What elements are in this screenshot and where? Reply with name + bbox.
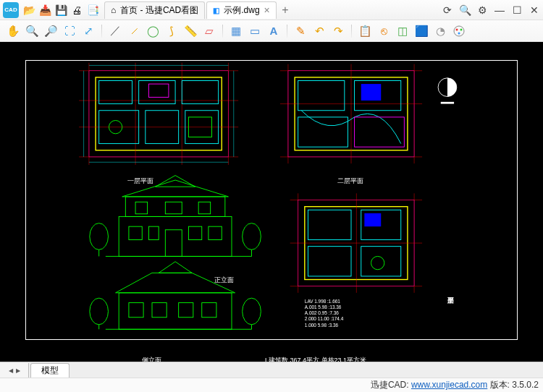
- rect-tool-icon[interactable]: ▭: [248, 24, 262, 38]
- svg-rect-39: [361, 84, 382, 101]
- measure-area-icon[interactable]: ▱: [202, 24, 216, 38]
- svg-marker-61: [159, 262, 192, 273]
- line-tool-icon[interactable]: ／: [108, 24, 122, 38]
- svg-rect-51: [135, 202, 148, 214]
- print-icon[interactable]: 🖨: [71, 4, 83, 16]
- title-tab-bar: CAD 📂 📥 💾 🖨 📑 ⌂ 首页 - 迅捷CAD看图 ◧ 示例.dwg × …: [0, 0, 543, 20]
- svg-point-3: [458, 32, 460, 34]
- svg-rect-50: [209, 226, 222, 239]
- svg-point-2: [460, 28, 463, 30]
- svg-rect-62: [129, 303, 143, 318]
- measure-length-icon[interactable]: 📏: [183, 24, 198, 38]
- svg-point-1: [456, 28, 458, 30]
- floor2-label: 二层平面: [337, 176, 363, 186]
- minimize-button[interactable]: —: [494, 4, 505, 16]
- svg-rect-40: [298, 117, 348, 147]
- circle-tool-icon[interactable]: ◯: [146, 24, 160, 38]
- svg-rect-7: [96, 77, 222, 150]
- polyline-tool-icon[interactable]: ⟋: [127, 24, 141, 38]
- svg-text:A.001  5.98   :13.36: A.001 5.98 :13.36: [305, 304, 342, 310]
- explode-icon[interactable]: ⎋: [376, 24, 391, 38]
- toolbar-separator: [101, 25, 102, 38]
- layers-icon[interactable]: ▦: [229, 24, 243, 38]
- drawing-info-line: L建筑数 367.4平方 单栋23.1平方米: [265, 356, 366, 362]
- svg-point-55: [90, 223, 109, 250]
- svg-point-69: [243, 298, 261, 325]
- layer-manager-icon[interactable]: ◔: [433, 24, 447, 38]
- svg-rect-81: [364, 213, 381, 226]
- svg-rect-59: [119, 293, 232, 329]
- clipboard-icon[interactable]: 📋: [358, 24, 372, 38]
- svg-rect-79: [308, 210, 351, 239]
- svg-rect-18: [182, 81, 218, 104]
- svg-text:LAV   1.998   :1.661: LAV 1.998 :1.661: [305, 299, 340, 304]
- tab-file-label: 示例.dwg: [224, 4, 259, 17]
- svg-text:A.002  0.95   :7.36: A.002 0.95 :7.36: [305, 310, 339, 315]
- svg-rect-48: [148, 226, 159, 239]
- tab-add-button[interactable]: +: [278, 4, 292, 17]
- arc-tool-icon[interactable]: ⟆: [164, 24, 179, 38]
- tab-close-icon[interactable]: ×: [264, 5, 270, 15]
- svg-rect-82: [308, 247, 351, 276]
- quick-access-toolbar: 📂 📥 💾 🖨 📑: [23, 4, 98, 16]
- fullscreen-icon[interactable]: ⤢: [81, 24, 96, 38]
- svg-rect-83: [361, 247, 401, 276]
- elev-side-label: 侧立面: [142, 356, 161, 362]
- status-url-link[interactable]: www.xunjiecad.com: [411, 380, 487, 390]
- layout-tab-nav[interactable]: ◀▶: [0, 363, 29, 378]
- svg-point-0: [454, 26, 464, 36]
- status-right: 迅捷CAD: www.xunjiecad.com 版本: 3.5.0.2: [371, 379, 539, 391]
- svg-rect-52: [165, 202, 182, 214]
- tab-home-label: 首页 - 迅捷CAD看图: [120, 4, 198, 17]
- layout-tab-bar: ◀▶ 模型: [0, 362, 543, 378]
- svg-rect-63: [152, 303, 167, 318]
- search-icon[interactable]: 🔍: [459, 4, 471, 16]
- tab-home[interactable]: ⌂ 首页 - 迅捷CAD看图: [104, 1, 205, 19]
- toolbar-separator: [222, 25, 223, 38]
- dwg-file-icon: ◧: [213, 7, 219, 14]
- svg-rect-42: [119, 216, 232, 256]
- svg-rect-24: [148, 84, 169, 97]
- text-tool-icon[interactable]: A: [266, 24, 281, 38]
- app-icon: CAD: [3, 2, 19, 18]
- save-icon[interactable]: 💾: [55, 4, 67, 16]
- svg-rect-5: [441, 102, 454, 104]
- elev-front-label: 正立面: [214, 276, 234, 285]
- svg-rect-16: [99, 81, 132, 104]
- window-controls: ⟳ 🔍 ⚙ — ☐ ✕: [442, 4, 540, 16]
- palette-icon[interactable]: [452, 24, 466, 38]
- main-toolbar: ✋ 🔍 🔎 ⛶ ⤢ ／ ⟋ ◯ ⟆ 📏 ▱ ▦ ▭ A ✎ ↶ ↷ 📋 ⎋ ◫ …: [0, 20, 543, 42]
- svg-rect-65: [202, 303, 216, 318]
- 3d-icon[interactable]: ◫: [395, 24, 410, 38]
- refresh-icon[interactable]: ⟳: [442, 4, 453, 16]
- color-icon[interactable]: 🟦: [414, 24, 429, 38]
- maximize-button[interactable]: ☐: [511, 4, 523, 16]
- status-version: 3.5.0.2: [512, 380, 539, 390]
- close-button[interactable]: ✕: [529, 4, 540, 16]
- gear-icon[interactable]: ⚙: [476, 4, 488, 16]
- import-icon[interactable]: 📥: [39, 4, 51, 16]
- open-icon[interactable]: 📂: [23, 4, 35, 16]
- pan-icon[interactable]: ✋: [6, 24, 20, 38]
- model-tab[interactable]: 模型: [30, 363, 70, 378]
- drawing-canvas[interactable]: LAV 1.998 :1.661 A.001 5.98 :13.36 A.002…: [0, 42, 543, 362]
- floor1-label: 一层平面: [127, 176, 153, 186]
- tab-file[interactable]: ◧ 示例.dwg ×: [206, 1, 277, 19]
- svg-rect-47: [129, 226, 142, 239]
- redo-icon[interactable]: ↷: [331, 24, 345, 38]
- undo-icon[interactable]: ↶: [312, 24, 327, 38]
- svg-rect-53: [198, 202, 211, 214]
- svg-rect-64: [179, 303, 193, 318]
- drawing-frame: LAV 1.998 :1.661 A.001 5.98 :13.36 A.002…: [25, 60, 518, 340]
- zoom-in-icon[interactable]: 🔍: [25, 24, 39, 38]
- fit-view-icon[interactable]: ⛶: [62, 24, 77, 38]
- svg-point-57: [243, 223, 261, 250]
- status-brand: 迅捷CAD:: [371, 380, 409, 390]
- zoom-out-icon[interactable]: 🔎: [43, 24, 58, 38]
- batch-icon[interactable]: 📑: [87, 4, 98, 16]
- annotate-icon[interactable]: ✎: [293, 24, 308, 38]
- status-bar: 迅捷CAD: www.xunjiecad.com 版本: 3.5.0.2: [0, 378, 543, 392]
- home-icon: ⌂: [111, 5, 116, 15]
- svg-point-67: [90, 298, 109, 325]
- svg-point-84: [371, 256, 384, 269]
